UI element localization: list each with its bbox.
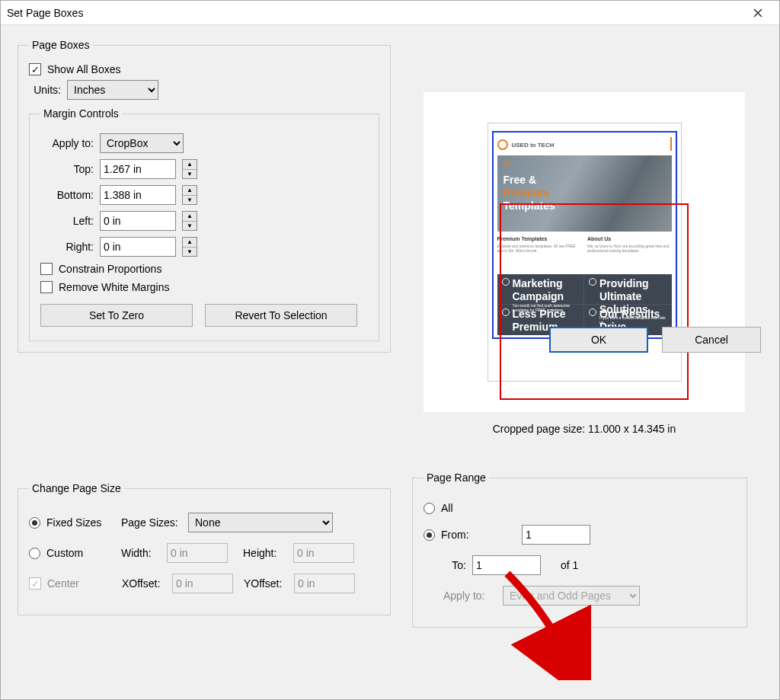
top-spinner[interactable]: ▲▼: [182, 159, 197, 179]
change-page-size-legend: Change Page Size: [29, 482, 124, 494]
close-button[interactable]: [743, 2, 773, 24]
bottom-input[interactable]: [100, 185, 176, 205]
height-input: [293, 543, 354, 563]
range-apply-to-select: Even and Odd Pages: [503, 586, 640, 606]
top-input[interactable]: [100, 159, 176, 179]
show-all-boxes-checkbox[interactable]: [29, 63, 41, 75]
of-label: of 1: [561, 559, 578, 571]
right-input[interactable]: [100, 237, 176, 257]
all-label: All: [441, 502, 453, 514]
from-label: From:: [441, 529, 487, 541]
xoffset-input: [172, 574, 233, 593]
chevron-up-icon[interactable]: ▲: [183, 160, 197, 170]
from-input[interactable]: [522, 525, 590, 545]
width-input: [167, 543, 228, 563]
page-range-legend: Page Range: [424, 471, 489, 484]
page-boxes-group: Page Boxes Show All Boxes Units: Inches …: [18, 39, 391, 353]
right-spinner[interactable]: ▲▼: [182, 237, 197, 257]
chevron-up-icon[interactable]: ▲: [183, 238, 197, 248]
top-label: Top:: [40, 163, 94, 175]
cancel-button[interactable]: Cancel: [662, 327, 761, 353]
center-checkbox: [29, 577, 41, 590]
left-spinner[interactable]: ▲▼: [182, 211, 197, 231]
page-preview: USED to TECH “ Free & Premium Templates …: [424, 92, 745, 412]
remove-white-margins-checkbox[interactable]: [40, 281, 53, 293]
ok-button[interactable]: OK: [549, 327, 648, 353]
chevron-down-icon[interactable]: ▼: [183, 248, 197, 257]
all-radio[interactable]: [424, 503, 435, 514]
change-page-size-group: Change Page Size Fixed Sizes Page Sizes:…: [18, 482, 391, 615]
chevron-up-icon[interactable]: ▲: [183, 212, 197, 222]
titlebar: Set Page Boxes: [1, 1, 779, 25]
custom-radio[interactable]: [29, 548, 40, 559]
chevron-down-icon[interactable]: ▼: [183, 170, 197, 179]
chevron-up-icon[interactable]: ▲: [183, 186, 197, 196]
bleed-box-overlay[interactable]: [500, 203, 689, 400]
remove-white-margins-label: Remove White Margins: [59, 281, 170, 293]
margin-controls-legend: Margin Controls: [40, 107, 122, 120]
fixed-sizes-radio[interactable]: [29, 517, 40, 529]
from-radio[interactable]: [424, 529, 435, 541]
units-select[interactable]: Inches: [67, 80, 158, 100]
chevron-down-icon[interactable]: ▼: [183, 222, 197, 231]
close-icon: [753, 8, 762, 18]
page-sizes-select[interactable]: None: [188, 513, 333, 532]
chevron-down-icon[interactable]: ▼: [183, 196, 197, 205]
show-all-boxes-label: Show All Boxes: [47, 63, 121, 75]
yoffset-input: [294, 574, 355, 593]
margin-controls-group: Margin Controls Apply to: CropBox Top: ▲…: [29, 107, 379, 341]
dialog-title: Set Page Boxes: [7, 7, 83, 19]
apply-to-select[interactable]: CropBox: [100, 133, 184, 153]
left-input[interactable]: [100, 211, 176, 231]
to-input[interactable]: [472, 555, 541, 575]
dialog-set-page-boxes: Set Page Boxes Page Boxes Show All Boxes…: [0, 0, 780, 700]
apply-to-label: Apply to:: [40, 137, 94, 149]
page-boxes-legend: Page Boxes: [29, 39, 93, 51]
width-label: Width:: [121, 547, 161, 559]
dialog-footer: OK Cancel: [549, 327, 761, 353]
cropped-size-label: Cropped page size: 11.000 x 14.345 in: [424, 423, 745, 435]
xoffset-label: XOffset:: [122, 577, 166, 590]
revert-to-selection-button[interactable]: Revert To Selection: [205, 304, 357, 327]
right-label: Right:: [40, 241, 94, 253]
bottom-spinner[interactable]: ▲▼: [182, 185, 197, 205]
fixed-sizes-label: Fixed Sizes: [46, 516, 115, 529]
page-sizes-label: Page Sizes:: [121, 516, 182, 529]
constrain-proportions-checkbox[interactable]: [40, 263, 53, 275]
height-label: Height:: [243, 547, 287, 559]
center-label: Center: [47, 577, 116, 590]
range-apply-to-label: Apply to:: [443, 590, 497, 602]
units-label: Units:: [29, 84, 61, 96]
set-to-zero-button[interactable]: Set To Zero: [40, 304, 193, 327]
constrain-proportions-label: Constrain Proportions: [59, 263, 161, 275]
custom-label: Custom: [46, 547, 115, 559]
yoffset-label: YOffset:: [244, 577, 288, 590]
left-label: Left:: [40, 215, 94, 227]
bottom-label: Bottom:: [40, 189, 94, 201]
page-range-group: Page Range All From: To: of 1 Apply to:: [412, 471, 747, 628]
to-label: To:: [443, 559, 466, 571]
